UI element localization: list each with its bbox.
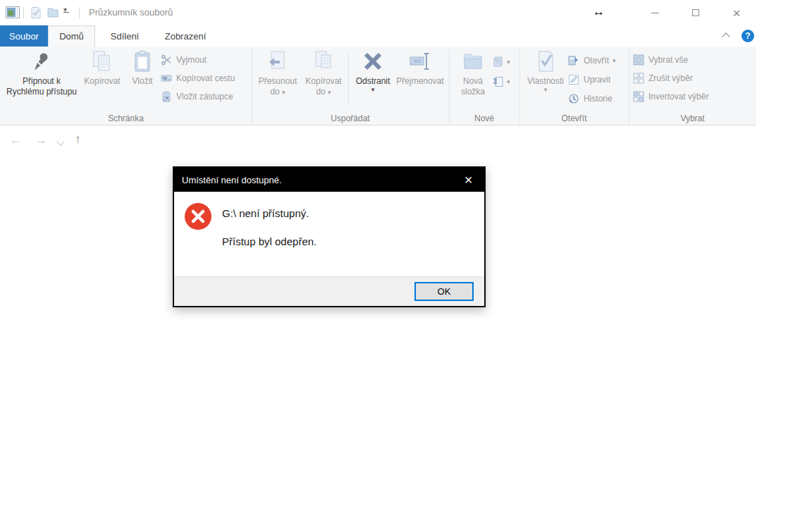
dropdown-caret-icon: ▾ [613, 58, 616, 63]
button-label: Zrušit výběr [648, 73, 693, 83]
invert-selection-icon [633, 91, 644, 102]
chevron-down-icon [56, 137, 64, 145]
minimize-icon [651, 13, 659, 13]
copy-button[interactable]: Kopírovat [80, 49, 124, 87]
history-icon [568, 93, 579, 104]
rename-button[interactable]: Přejmenovat [393, 49, 447, 87]
paste-shortcut-icon [161, 91, 172, 102]
group-open: Vlastnosti ▾ Otevřít ▾ [519, 47, 629, 125]
dropdown-caret-icon: ▾ [371, 87, 375, 92]
tab-label: Domů [59, 31, 84, 42]
group-label-new: Nové [449, 113, 519, 123]
pushpin-icon [30, 49, 54, 73]
dialog-body: G:\ není přístupný. Přístup byl odepřen. [174, 192, 484, 276]
dropdown-caret-icon: ▾ [507, 79, 510, 85]
tab-home[interactable]: Domů [48, 25, 95, 47]
properties-icon [534, 49, 558, 73]
button-label: Kopírovat do [305, 76, 341, 97]
button-label: Nová složka [455, 76, 491, 97]
button-label: Invertovat výběr [648, 92, 708, 102]
app-icon [6, 6, 20, 18]
back-arrow-icon: ← [10, 133, 22, 147]
new-item-icon [493, 76, 504, 87]
group-label-clipboard: Schránka [0, 113, 252, 123]
select-all-button[interactable]: Vybrat vše [633, 51, 708, 69]
pin-to-quick-access-button[interactable]: Připnout k Rychlému přístupu [4, 49, 79, 97]
dialog-message-line1: G:\ není přístupný. [222, 207, 309, 219]
select-none-button[interactable]: Zrušit výběr [633, 69, 708, 87]
group-label-organize: Uspořádat [252, 113, 449, 123]
button-label: Připnout k Rychlému přístupu [4, 76, 79, 97]
paste-button[interactable]: Vložit [125, 49, 159, 87]
qat-folder-icon[interactable] [47, 6, 59, 19]
ok-button[interactable]: OK [414, 282, 474, 301]
button-label: Vybrat vše [648, 55, 688, 65]
chevron-up-icon [722, 32, 730, 40]
button-label: Upravit [584, 75, 610, 85]
dialog-close-button[interactable]: × [453, 168, 484, 192]
group-organize: Přesunout do ▾ Kopírovat do ▾ Odstranit … [252, 47, 449, 125]
new-small-buttons: ▾ ▾ [493, 52, 510, 92]
clipboard-small-buttons: Vyjmout Kopírovat cestu [161, 51, 235, 106]
new-folder-icon [461, 49, 485, 73]
group-label-open: Otevřít [519, 113, 629, 123]
group-new: Nová složka ▾ ▾ [449, 47, 519, 125]
help-button[interactable]: ? [742, 30, 754, 42]
copy-path-button[interactable]: Kopírovat cestu [161, 69, 235, 87]
paste-shortcut-button[interactable]: Vložit zástupce [161, 87, 235, 106]
invert-selection-button[interactable]: Invertovat výběr [633, 87, 708, 106]
delete-x-icon [361, 49, 385, 73]
button-label: Vyjmout [176, 55, 207, 65]
close-icon: × [465, 172, 473, 188]
scissors-icon [161, 54, 172, 66]
error-dialog: Umístění není dostupné. × G:\ není příst… [173, 166, 486, 307]
button-label: Historie [584, 94, 613, 104]
close-icon: × [732, 6, 740, 20]
dialog-footer: OK [174, 276, 484, 306]
qat-properties-icon[interactable] [30, 6, 42, 19]
new-item-button[interactable]: ▾ [493, 72, 510, 92]
tab-label: Soubor [9, 31, 39, 42]
tab-view[interactable]: Zobrazení [154, 25, 216, 47]
button-label: Vlastnosti [527, 76, 564, 87]
properties-button[interactable]: Vlastnosti ▾ [524, 49, 567, 92]
forward-button[interactable]: → [35, 133, 47, 147]
minimize-button[interactable] [639, 0, 671, 25]
new-folder-button[interactable]: Nová složka [455, 49, 491, 97]
delete-button[interactable]: Odstranit ▾ [352, 49, 393, 92]
tab-label: Sdílení [111, 31, 139, 42]
select-none-icon [633, 73, 644, 84]
open-icon [568, 55, 579, 66]
copy-to-icon [312, 49, 336, 73]
tab-file[interactable]: Soubor [0, 25, 48, 47]
maximize-button[interactable] [679, 0, 712, 25]
horizontal-resize-cursor-icon: ↔ [593, 5, 605, 19]
cut-button[interactable]: Vyjmout [161, 51, 235, 69]
close-button[interactable]: × [720, 0, 753, 25]
dialog-title: Umístění není dostupné. [182, 175, 282, 185]
group-select: Vybrat vše Zrušit výběr Invertovat výběr… [629, 47, 756, 125]
edit-button[interactable]: Upravit [568, 70, 616, 89]
titlebar-separator [79, 7, 80, 18]
edit-icon [568, 74, 579, 85]
error-icon [184, 202, 212, 231]
history-button[interactable]: Historie [568, 89, 616, 108]
collapse-ribbon-button[interactable] [723, 31, 736, 41]
select-all-icon [633, 54, 644, 66]
recent-locations-button[interactable] [58, 137, 63, 147]
dropdown-caret-icon: ▾ [544, 87, 548, 92]
button-label: Kopírovat cestu [176, 73, 235, 83]
qat-customize-button[interactable]: ▾ [63, 6, 69, 13]
group-clipboard: Připnout k Rychlému přístupu Kopírovat V… [0, 47, 252, 125]
window-title: Průzkumník souborů [89, 7, 173, 18]
copy-to-button[interactable]: Kopírovat do ▾ [300, 49, 347, 97]
tab-share[interactable]: Sdílení [95, 25, 154, 47]
copy-path-icon [161, 73, 172, 84]
paste-icon [130, 49, 154, 73]
back-button[interactable]: ← [10, 133, 22, 147]
easy-access-button[interactable]: ▾ [493, 52, 510, 72]
open-button[interactable]: Otevřít ▾ [568, 51, 616, 70]
titlebar-separator [23, 7, 24, 18]
up-button[interactable]: ↑ [75, 133, 81, 147]
move-to-button[interactable]: Přesunout do ▾ [255, 49, 300, 97]
